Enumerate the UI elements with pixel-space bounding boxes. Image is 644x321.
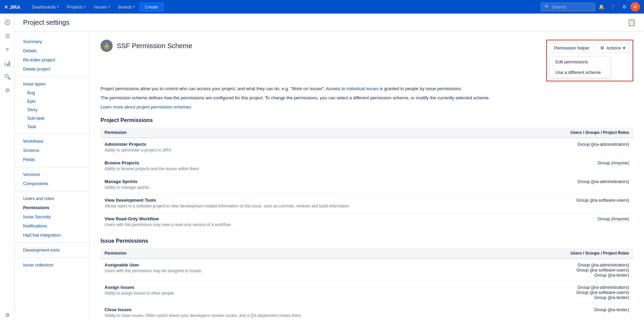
notifications-icon[interactable]: 🔔: [596, 1, 607, 12]
top-nav: ✕ JIRA Dashboards ▾ Projects ▾ Issues ▾ …: [0, 0, 644, 14]
scheme-title: SSF Permission Scheme: [117, 42, 192, 50]
sidebar-item-components[interactable]: Components: [15, 179, 89, 188]
perm-desc: Users with this permission may view a re…: [105, 222, 416, 228]
perm-name: Manage Sprints: [105, 179, 416, 184]
perm-roles: Group (jira-administrators): [420, 175, 633, 194]
main-content: 🔒 SSF Permission Scheme Permission helpe…: [90, 32, 644, 321]
perm-name: Close Issues: [105, 307, 416, 312]
perm-name: Assign Issues: [105, 285, 416, 290]
role-item: Group (jira-software-users): [424, 198, 629, 203]
issue-permissions-table: Permission Users / Groups / Project Role…: [100, 248, 633, 321]
nav-dashboards[interactable]: Dashboards ▾: [29, 0, 62, 14]
permission-helper-button[interactable]: Permission helper: [550, 43, 594, 53]
sidebar-item-bug[interactable]: Bug: [15, 88, 89, 97]
role-item: Group (jira-administrators): [424, 285, 629, 290]
perm-roles: Group (jira-administrators)Group (jira-s…: [420, 281, 633, 304]
create-button[interactable]: Create: [140, 3, 163, 11]
jira-logo[interactable]: ✕ JIRA: [4, 3, 24, 10]
rail-backlog-icon[interactable]: ≡: [1, 43, 14, 56]
sidebar-item-epic[interactable]: Epic: [15, 97, 89, 105]
sidebar-divider5: [15, 242, 89, 243]
perm-desc: Ability to browse projects and the issue…: [105, 166, 416, 172]
role-item: Group (jira-tester): [424, 295, 629, 300]
sidebar-item-permissions: Permissions: [15, 203, 89, 212]
col-roles-header: Users / Groups / Project Roles: [420, 127, 633, 138]
actions-button[interactable]: ⚙ Actions ▾: [596, 43, 630, 53]
table-row: Browse Projects Ability to browse projec…: [100, 157, 633, 176]
perm-roles: Group (jira-administrators): [420, 138, 633, 157]
help-icon[interactable]: ❓: [607, 1, 618, 12]
sidebar-divider2: [15, 134, 89, 134]
role-item: Group (jira-software-users): [424, 267, 629, 273]
sidebar-item-issue-security[interactable]: Issue Security: [15, 212, 89, 221]
sidebar-item-dev-tools[interactable]: Development tools: [15, 245, 89, 255]
sidebar-item-details[interactable]: Details: [15, 46, 89, 55]
sidebar: Summary Details Re-index project Delete …: [15, 32, 90, 321]
perm-name: Assignable User: [105, 262, 416, 267]
nav-issues[interactable]: Issues ▾: [91, 0, 113, 14]
learn-more-link[interactable]: Learn more about project permission sche…: [100, 104, 191, 109]
settings-icon[interactable]: ⚙: [619, 1, 630, 12]
sidebar-divider: [15, 76, 89, 77]
rail-search-icon[interactable]: 🔍: [1, 71, 14, 83]
avatar[interactable]: U: [630, 2, 640, 12]
page-title: Project settings: [23, 19, 70, 26]
sidebar-item-fields[interactable]: Fields: [15, 155, 89, 164]
project-permissions-heading: Project Permissions: [100, 117, 633, 123]
sidebar-item-workflows[interactable]: Workflows: [15, 137, 89, 146]
perm-roles: Group (jira-software-users): [420, 194, 633, 213]
col-roles-header-2: Users / Groups / Project Roles: [420, 248, 633, 259]
role-item: Group (Anyone): [424, 160, 629, 165]
rail-reports-icon[interactable]: 📊: [1, 57, 14, 69]
rail-bottom-icon[interactable]: ⚙: [1, 309, 14, 321]
nav-projects[interactable]: Projects ▾: [63, 0, 89, 14]
edit-permissions-item[interactable]: Edit permissions: [550, 57, 610, 67]
role-item: Group (jira-administrators): [424, 179, 629, 184]
sidebar-item-notifications[interactable]: Notifications: [15, 221, 89, 230]
scheme-header: 🔒 SSF Permission Scheme: [100, 40, 192, 52]
use-different-scheme-item[interactable]: Use a different scheme: [550, 67, 610, 78]
learn-more-text: Learn more about project permission sche…: [100, 104, 633, 111]
individual-issues-link[interactable]: individual issues: [346, 86, 379, 91]
sidebar-item-task[interactable]: Task: [15, 122, 89, 131]
sidebar-item-story[interactable]: Story: [15, 105, 89, 114]
perm-desc: Ability to close issues. Often useful wh…: [105, 313, 416, 319]
sidebar-divider6: [15, 257, 89, 258]
perm-name: View Development Tools: [105, 198, 416, 203]
col-permission-header-2: Permission: [100, 248, 420, 259]
role-item: Group (jira-tester): [424, 307, 629, 312]
sidebar-item-summary[interactable]: Summary: [15, 37, 89, 46]
table-row: View Development Tools Allows users in a…: [100, 194, 633, 213]
sidebar-item-reindex[interactable]: Re-index project: [15, 55, 89, 64]
chevron-down-icon: ▾: [133, 5, 135, 8]
sidebar-item-issue-types[interactable]: Issue types: [15, 79, 89, 88]
description-1: Project permissions allow you to control…: [100, 85, 633, 93]
sidebar-item-versions[interactable]: Versions: [15, 170, 89, 179]
rail-board-icon[interactable]: ☰: [1, 30, 14, 42]
table-row: Assign Issues Ability to assign issues t…: [100, 281, 633, 304]
rail-home-icon[interactable]: [1, 16, 14, 28]
sidebar-item-screens[interactable]: Screens: [15, 146, 89, 155]
rail-settings-icon[interactable]: ⚙: [1, 84, 14, 96]
sidebar-item-subtask[interactable]: Sub-task: [15, 114, 89, 122]
perm-roles: Group (jira-tester): [420, 304, 633, 321]
table-row: Close Issues Ability to close issues. Of…: [100, 304, 633, 321]
perm-roles: Group (Anyone): [420, 157, 633, 176]
perm-roles: Group (Anyone): [420, 213, 633, 231]
sidebar-item-users-roles[interactable]: Users and roles: [15, 194, 89, 203]
table-row: Assignable User Users with this permissi…: [100, 259, 633, 281]
chevron-down-icon: ▾: [108, 5, 110, 8]
perm-desc: Ability to manage sprints.: [105, 185, 416, 190]
chevron-down-icon: ▾: [84, 5, 86, 8]
sidebar-item-issue-collectors[interactable]: Issue collectors: [15, 260, 89, 269]
search-placeholder: Search: [552, 4, 566, 9]
content-area: Summary Details Re-index project Delete …: [15, 32, 644, 321]
sidebar-item-hipchat[interactable]: HipChat integration: [15, 230, 89, 240]
nav-boards[interactable]: Boards ▾: [115, 0, 139, 14]
sidebar-item-delete[interactable]: Delete project: [15, 64, 89, 74]
scheme-icon: 🔒: [100, 40, 113, 52]
search-box[interactable]: 🔍 Search: [541, 3, 595, 11]
role-item: Group (jira-software-users): [424, 290, 629, 295]
perm-desc: Users with this permission may be assign…: [105, 268, 416, 274]
perm-name: Administer Projects: [105, 142, 416, 147]
